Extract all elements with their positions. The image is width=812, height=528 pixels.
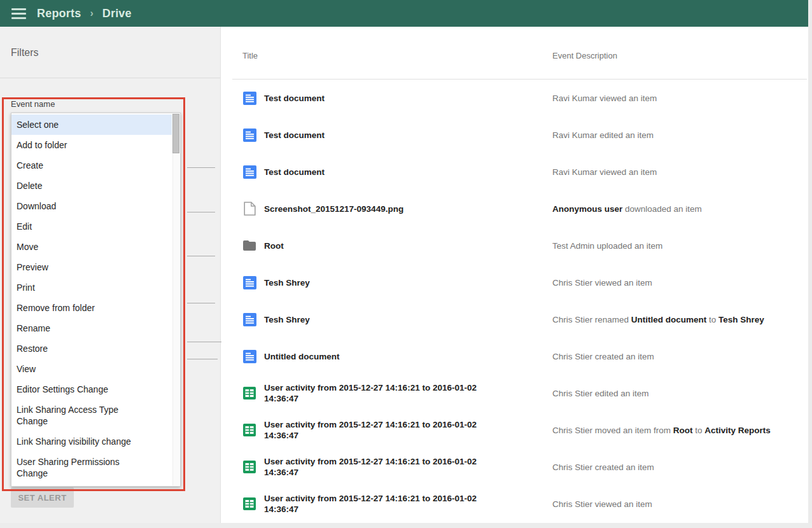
page-right-edge (808, 0, 812, 528)
event-description: Chris Stier edited an item (552, 388, 808, 399)
docs-icon (242, 312, 256, 326)
event-option-item[interactable]: Link Sharing Access Type Change (11, 399, 172, 431)
event-description: Chris Stier created an item (552, 351, 808, 362)
event-description: Chris Stier moved an item from Root to A… (552, 425, 808, 436)
event-description: Chris Stier renamed Untitled document to… (552, 314, 808, 325)
event-name-dropdown: Select oneAdd to folderCreateDeleteDownl… (11, 113, 181, 487)
table-row[interactable]: User activity from 2015-12-27 14:16:21 t… (221, 448, 808, 485)
title-cell: User activity from 2015-12-27 14:16:21 t… (221, 456, 552, 478)
column-header-title: Title (242, 51, 258, 60)
docs-icon (242, 165, 256, 179)
sheets-icon (242, 497, 256, 511)
hidden-filter-underline (187, 359, 218, 359)
item-title: User activity from 2015-12-27 14:16:21 t… (264, 493, 477, 515)
folder-icon (242, 239, 256, 253)
event-option-item[interactable]: Download (11, 196, 172, 216)
item-title: Screenshot_20151217-093449.png (264, 204, 403, 214)
event-description: Ravi Kumar viewed an item (552, 167, 808, 177)
event-description: Ravi Kumar viewed an item (552, 93, 808, 104)
title-cell: Tesh Shrey (221, 312, 552, 326)
file-icon (242, 202, 256, 216)
docs-icon (242, 128, 256, 142)
event-option-item[interactable]: Remove from folder (11, 298, 172, 318)
table-row[interactable]: Tesh Shrey Chris Stier viewed an item (221, 264, 808, 301)
table-row[interactable]: User activity from 2015-12-27 14:16:21 t… (221, 485, 808, 522)
event-name-listbox: Select oneAdd to folderCreateDeleteDownl… (11, 113, 180, 483)
filters-heading: Filters (11, 47, 39, 59)
table-row[interactable]: User activity from 2015-12-27 14:16:21 t… (221, 412, 808, 448)
menu-hamburger-icon[interactable] (11, 8, 26, 19)
event-description: Ravi Kumar edited an item (552, 130, 808, 141)
breadcrumb-reports[interactable]: Reports (37, 7, 81, 20)
chevron-right-icon: › (90, 8, 93, 19)
item-title: Root (264, 240, 284, 251)
item-title: Tesh Shrey (264, 314, 310, 325)
event-description: Test Admin uploaded an item (552, 240, 808, 251)
events-report-area: Title Event Description Test document Ra… (221, 27, 808, 523)
hidden-filter-underline (187, 212, 215, 212)
event-option-item[interactable]: Preview (11, 257, 172, 277)
item-title: Tesh Shrey (264, 277, 310, 288)
table-row[interactable]: Tesh Shrey Chris Stier renamed Untitled … (221, 301, 808, 338)
event-option-item[interactable]: Link Sharing visibility change (11, 431, 172, 452)
hidden-filter-underline (187, 167, 215, 168)
event-option-item[interactable]: Print (11, 277, 172, 298)
hidden-filter-underline (187, 256, 215, 256)
events-table-body: Test document Ravi Kumar viewed an item … (221, 80, 808, 522)
event-description: Anonymous user downloaded an item (552, 204, 808, 214)
table-row[interactable]: Test document Ravi Kumar viewed an item (221, 80, 808, 116)
table-row[interactable]: Test document Ravi Kumar edited an item (221, 116, 808, 153)
dropdown-scrollbar-track[interactable] (172, 114, 179, 485)
item-title: Test document (264, 93, 325, 104)
breadcrumb-drive: Drive (102, 7, 132, 20)
sheets-icon (242, 423, 256, 437)
table-row[interactable]: Untitled document Chris Stier created an… (221, 338, 808, 375)
title-cell: Root (221, 239, 552, 253)
event-option-item[interactable]: Edit (11, 216, 172, 237)
item-title: Test document (264, 130, 325, 141)
admin-reports-drive-page: Reports › Drive Filters Event name Selec… (0, 0, 812, 528)
event-option-item[interactable]: Select one (11, 115, 172, 135)
event-option-item[interactable]: Create (11, 155, 172, 176)
dropdown-scrollbar-thumb[interactable] (172, 114, 179, 153)
event-option-item[interactable]: Delete (11, 176, 172, 196)
event-option-item[interactable]: Restore (11, 338, 172, 359)
event-description: Chris Stier viewed an item (552, 277, 808, 288)
event-option-item[interactable]: View (11, 359, 172, 379)
sheets-icon (242, 386, 256, 400)
table-row[interactable]: Root Test Admin uploaded an item (221, 227, 808, 264)
filters-panel: Filters Event name Select oneAdd to fold… (0, 27, 221, 523)
event-option-item[interactable]: Move (11, 237, 172, 257)
title-cell: User activity from 2015-12-27 14:16:21 t… (221, 382, 552, 404)
title-cell: Test document (221, 128, 552, 142)
table-row[interactable]: Screenshot_20151217-093449.png Anonymous… (221, 190, 808, 227)
event-option-item[interactable]: Add to folder (11, 135, 172, 155)
item-title: Untitled document (264, 351, 340, 362)
event-option-item[interactable]: User Sharing Permissions Change (11, 452, 172, 483)
title-cell: Test document (221, 91, 552, 105)
breadcrumb: Reports › Drive (37, 7, 132, 20)
event-option-item[interactable]: Editor Settings Change (11, 379, 172, 399)
table-row[interactable]: User activity from 2015-12-27 14:16:21 t… (221, 375, 808, 412)
docs-icon (242, 275, 256, 289)
set-alert-button[interactable]: SET ALERT (11, 487, 74, 508)
column-header-event-description: Event Description (552, 51, 617, 60)
title-cell: Test document (221, 165, 552, 179)
title-cell: Tesh Shrey (221, 275, 552, 289)
filters-divider (0, 78, 220, 78)
item-title: User activity from 2015-12-27 14:16:21 t… (264, 382, 477, 404)
event-description: Chris Stier created an item (552, 462, 808, 473)
table-row[interactable]: Test document Ravi Kumar viewed an item (221, 153, 808, 190)
title-cell: Screenshot_20151217-093449.png (221, 202, 552, 216)
title-cell: User activity from 2015-12-27 14:16:21 t… (221, 493, 552, 515)
event-description: Chris Stier viewed an item (552, 499, 808, 510)
title-cell: User activity from 2015-12-27 14:16:21 t… (221, 419, 552, 441)
item-title: User activity from 2015-12-27 14:16:21 t… (264, 456, 477, 478)
docs-icon (242, 349, 256, 363)
top-app-bar: Reports › Drive (0, 0, 808, 27)
sheets-icon (242, 460, 256, 474)
title-cell: Untitled document (221, 349, 552, 363)
event-option-item[interactable]: Rename (11, 318, 172, 338)
item-title: Test document (264, 167, 325, 177)
event-name-label: Event name (11, 99, 55, 109)
